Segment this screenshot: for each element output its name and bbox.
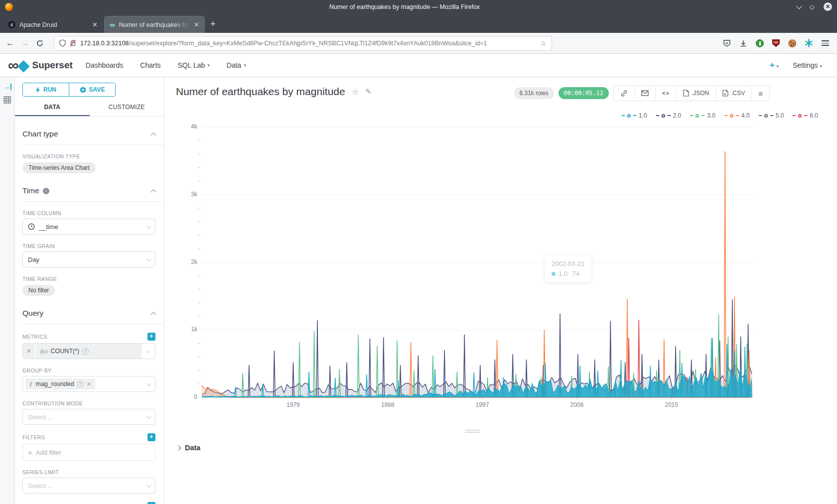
- tab-close-icon[interactable]: ✕: [92, 21, 98, 28]
- window-maximize-icon[interactable]: ◇: [810, 3, 815, 10]
- filters-label: FILTERS+: [22, 433, 155, 441]
- settings-menu[interactable]: Settings ▾: [793, 61, 822, 69]
- chevron-right-icon: [176, 445, 181, 450]
- url-text[interactable]: 172.18.0.3:32108/superset/explore/?form_…: [80, 40, 536, 47]
- chart-tooltip: 2002-03-21 1.0: 74: [545, 255, 591, 282]
- asterisk-extension-icon[interactable]: [805, 39, 813, 47]
- window-close-icon[interactable]: ✕: [824, 2, 832, 11]
- superset-favicon-icon: ∞: [110, 21, 115, 28]
- privacy-badger-icon[interactable]: [756, 39, 764, 47]
- legend-item[interactable]: 6.0: [793, 112, 818, 119]
- ublock-icon[interactable]: UO: [772, 39, 780, 47]
- back-button[interactable]: ←: [6, 39, 14, 48]
- contribution-mode-select[interactable]: Select ...: [22, 409, 155, 425]
- window-minimize-icon[interactable]: [796, 3, 803, 9]
- add-filter-button[interactable]: +: [147, 433, 155, 441]
- chevron-down-icon: [146, 483, 151, 488]
- run-button[interactable]: RUN: [23, 83, 69, 96]
- section-time[interactable]: Time i: [22, 186, 155, 195]
- tab-superset-chart[interactable]: ∞ Numer of earthquakes by m ✕: [105, 16, 204, 33]
- nav-charts[interactable]: Charts: [140, 61, 160, 69]
- help-icon: ?: [82, 348, 89, 355]
- x-tick-label: 2006: [562, 401, 592, 408]
- new-tab-button[interactable]: +: [210, 19, 216, 29]
- chevron-up-icon: [150, 189, 156, 195]
- tooltip-series-dot: [552, 272, 556, 276]
- reload-icon[interactable]: [36, 39, 44, 47]
- tab-bar: d Apache Druid ✕ ∞ Numer of earthquakes …: [0, 13, 837, 33]
- chevron-up-icon: [150, 312, 156, 317]
- time-range-value[interactable]: No filter: [22, 285, 55, 296]
- groupby-select[interactable]: ƒ mag_rounded ? ✕: [22, 376, 155, 392]
- remove-chip-icon[interactable]: ✕: [87, 381, 91, 387]
- help-icon: ?: [77, 381, 84, 387]
- groupby-chip[interactable]: ƒ mag_rounded ? ✕: [25, 378, 95, 389]
- pocket-save-icon[interactable]: [723, 39, 731, 47]
- time-grain-label: TIME GRAIN: [22, 243, 155, 249]
- favorite-star-icon[interactable]: ☆: [352, 87, 359, 97]
- url-bar[interactable]: 172.18.0.3:32108/superset/explore/?form_…: [54, 36, 552, 51]
- panel-resize-handle[interactable]: [465, 430, 480, 433]
- time-column-select[interactable]: __time: [22, 219, 155, 235]
- insecure-lock-icon[interactable]: [70, 39, 76, 47]
- nav-sql-lab[interactable]: SQL Lab▾: [178, 61, 210, 69]
- series-limit-select[interactable]: Select ...: [22, 478, 155, 494]
- tab-apache-druid[interactable]: d Apache Druid ✕: [3, 16, 103, 33]
- file-x-icon: [722, 90, 728, 97]
- hamburger-menu-icon[interactable]: [822, 40, 829, 46]
- section-chart-type[interactable]: Chart type: [22, 129, 155, 138]
- data-panel-toggle[interactable]: Data: [177, 444, 200, 452]
- chevron-down-icon: [146, 256, 151, 261]
- embed-code-button[interactable]: <>: [656, 86, 677, 101]
- time-grain-select[interactable]: Day: [22, 252, 155, 267]
- chevron-down-icon: ▾: [244, 63, 246, 68]
- add-new-button[interactable]: + ▾: [770, 60, 779, 70]
- add-filter-dropzone[interactable]: + Add filter: [22, 444, 155, 461]
- expand-datasource-icon[interactable]: →: [3, 84, 11, 90]
- tooltip-series-value: 74: [572, 270, 579, 277]
- superset-logo[interactable]: ∞◆ Superset: [8, 59, 73, 71]
- tab-data[interactable]: DATA: [15, 104, 90, 116]
- tracking-shield-icon[interactable]: [59, 39, 66, 47]
- tab-customize[interactable]: CUSTOMIZE: [90, 104, 164, 116]
- metric-control[interactable]: ✕ f(x)COUNT(*)? ›: [22, 343, 155, 359]
- add-sort-button[interactable]: +: [147, 502, 155, 504]
- legend-item[interactable]: 4.0: [724, 112, 750, 119]
- edit-title-icon[interactable]: ✎: [365, 87, 372, 96]
- bookmark-star-icon[interactable]: ☆: [540, 39, 547, 47]
- legend-item[interactable]: 5.0: [759, 112, 784, 119]
- legend-item[interactable]: 2.0: [656, 112, 682, 119]
- function-icon: ƒ: [29, 380, 33, 388]
- superset-navbar: ∞◆ Superset Dashboards Charts SQL Lab▾ D…: [0, 54, 837, 77]
- export-csv-button[interactable]: .CSV: [716, 86, 752, 101]
- legend-item[interactable]: 1.0: [622, 112, 647, 119]
- tab-close-icon[interactable]: ✕: [194, 21, 199, 28]
- chevron-down-icon: [146, 224, 151, 229]
- datasource-grid-icon[interactable]: [3, 96, 11, 104]
- nav-dashboards[interactable]: Dashboards: [86, 61, 124, 69]
- viz-type-value[interactable]: Time-series Area Chart: [22, 162, 96, 173]
- email-button[interactable]: [635, 86, 656, 101]
- legend-item[interactable]: 3.0: [690, 112, 715, 119]
- cookie-extension-icon[interactable]: [788, 39, 796, 47]
- tooltip-series-label: 1.0:: [558, 270, 569, 277]
- remove-metric-icon[interactable]: ✕: [23, 344, 36, 359]
- expand-metric-icon[interactable]: ›: [141, 344, 155, 359]
- copy-link-button[interactable]: [614, 86, 635, 101]
- nav-data[interactable]: Data▾: [227, 61, 246, 69]
- export-json-button[interactable]: .JSON: [677, 86, 716, 101]
- save-button[interactable]: SAVE: [69, 83, 115, 96]
- explore-control-panel: RUN SAVE DATA CUSTOMIZE Chart type VISUA…: [15, 77, 164, 504]
- firefox-icon: [5, 3, 13, 11]
- chevron-down-icon: [146, 381, 151, 386]
- section-query[interactable]: Query: [22, 309, 155, 318]
- forward-button[interactable]: →: [21, 39, 29, 48]
- download-icon[interactable]: [739, 39, 747, 47]
- chevron-down-icon: [146, 414, 151, 419]
- time-range-label: TIME RANGE: [22, 276, 155, 282]
- timeseries-area-chart[interactable]: [164, 77, 837, 456]
- groupby-label: GROUP BY: [22, 368, 155, 374]
- y-tick-label: 1k: [174, 326, 197, 333]
- chart-menu-button[interactable]: ≡: [752, 86, 769, 101]
- add-metric-button[interactable]: +: [147, 333, 155, 341]
